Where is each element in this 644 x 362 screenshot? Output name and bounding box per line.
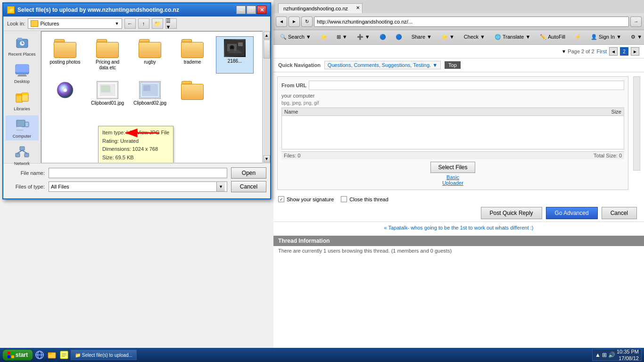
dialog-scrollbar[interactable]: ▲ ▼ [263, 31, 270, 163]
scroll-thumb[interactable] [264, 40, 270, 58]
tapatalk-link[interactable]: « Tapatalk- whos going to be the 1st to … [384, 225, 534, 230]
sidebar-computer[interactable]: Computer [6, 115, 39, 140]
back-btn[interactable]: ← [124, 18, 136, 29]
sidebar-desktop[interactable]: Desktop [6, 61, 39, 86]
libraries-icon [15, 90, 30, 105]
view-btn[interactable]: ☰ ▼ [165, 18, 177, 29]
sidebar-libraries[interactable]: Libraries [6, 88, 39, 113]
folder-pricing-data[interactable]: Pricing and data etc [89, 36, 126, 74]
toolbar-btn-3[interactable]: ⊞ ▼ [332, 33, 352, 41]
toolbar-btn-8[interactable]: ⭐ ▼ [437, 33, 459, 41]
toolbar-btn-6[interactable]: 🔵 [391, 33, 406, 41]
tab-label: nzhuntingandshooting.co.nz [283, 6, 348, 11]
file-clipboard02[interactable]: Clipboard02.jpg [131, 78, 169, 108]
svg-rect-24 [238, 42, 243, 46]
close-thread-checkbox[interactable] [341, 196, 347, 202]
tray-arrow-icon[interactable]: ▲ [595, 352, 601, 358]
folder-extra[interactable] [173, 78, 211, 108]
folder-posting-photos[interactable]: posting photos [46, 36, 84, 74]
svg-line-19 [22, 150, 27, 153]
toolbar-btn-2[interactable]: ⭐ [316, 33, 331, 41]
file-clipboard01[interactable]: Clipboard01.jpg [89, 78, 126, 108]
share-button[interactable]: Share ▼ [407, 33, 436, 41]
dialog-title: 📁 Select file(s) to upload by www.nzhunt… [7, 6, 179, 14]
sign-in-button[interactable]: 👤 Sign In ▼ [586, 33, 626, 41]
from-url-label: From URL [281, 82, 306, 88]
toolbar-btn-5[interactable]: 🔵 [375, 33, 390, 41]
toolbar-settings[interactable]: ⚙ ▼ [627, 33, 644, 41]
prev-page-btn[interactable]: ◄ [609, 47, 618, 56]
search-button[interactable]: 🔍 Search ▼ [276, 33, 315, 41]
dialog-close-btn[interactable]: ✕ [257, 6, 266, 14]
post-quick-reply-btn[interactable]: Post Quick Reply [481, 207, 542, 219]
content-scrollbar[interactable] [633, 76, 640, 171]
close-thread-row: Close this thread [341, 196, 388, 202]
refresh-button[interactable]: ↻ [301, 16, 313, 27]
tab-close[interactable]: ✕ [356, 5, 360, 10]
filetype-row: Files of type: All Files ▼ Cancel [7, 181, 266, 192]
filename-row: File name: Open [7, 167, 266, 179]
translate-button[interactable]: 🌐 Translate ▼ [490, 33, 535, 41]
start-button[interactable]: start [2, 349, 33, 361]
taskbar: start 📁 Select file(s) to upload... ▲ ⊞ … [0, 348, 644, 362]
sticky-taskbar-icon[interactable] [58, 349, 70, 361]
new-folder-btn[interactable]: 📁 [152, 18, 163, 29]
show-signature-row: ✓ Show your signature [278, 196, 334, 202]
path-dropdown[interactable]: Pictures ▼ [28, 18, 122, 29]
dialog-maximize-btn[interactable]: □ [247, 6, 256, 14]
toolbar-btn-4[interactable]: ➕ ▼ [353, 33, 374, 41]
show-signature-checkbox[interactable]: ✓ [278, 196, 284, 202]
scroll-up-btn[interactable]: ▲ [264, 32, 270, 39]
file-cd[interactable] [46, 78, 84, 108]
nav-bar: ◄ ► ↻ → [273, 13, 644, 30]
up-btn[interactable]: ↑ [138, 18, 149, 29]
explorer-taskbar-icon[interactable] [46, 349, 58, 361]
check-button[interactable]: Check ▼ [460, 33, 489, 41]
go-advanced-btn[interactable]: Go Advanced [546, 207, 598, 219]
system-clock[interactable]: 10:35 PM 17/08/12 [617, 348, 639, 362]
folder-trademe[interactable]: trademe [173, 36, 211, 74]
cancel-btn[interactable]: Cancel [602, 207, 637, 219]
cancel-dialog-btn[interactable]: Cancel [231, 181, 266, 192]
url-input[interactable] [309, 81, 624, 90]
toolbar-icon[interactable]: ⚡ [570, 33, 586, 41]
active-window-btn[interactable]: 📁 Select file(s) to upload... [71, 350, 137, 360]
dialog-minimize-btn[interactable]: ─ [236, 6, 246, 14]
file-stats: Files: 0 Total Size: 0 [281, 151, 624, 159]
photo-thumb-icon [224, 39, 246, 57]
svg-rect-4 [16, 65, 29, 72]
current-page-btn[interactable]: 2 [620, 47, 628, 56]
dialog-bottom: File name: Open Files of type: All Files… [3, 163, 270, 198]
forward-button[interactable]: ► [289, 16, 300, 27]
menu-bar: 🔍 Search ▼ ⭐ ⊞ ▼ ➕ ▼ 🔵 🔵 Share ▼ ⭐ ▼ Che… [273, 30, 644, 43]
filename-input[interactable] [49, 168, 227, 178]
cd-icon [54, 81, 76, 99]
browser-tab[interactable]: nzhuntingandshooting.co.nz ✕ [278, 3, 363, 13]
folder-rugby[interactable]: rugby [131, 36, 169, 74]
ie-taskbar-icon[interactable] [34, 349, 45, 361]
scroll-down-btn[interactable]: ▼ [264, 155, 270, 163]
network-tray-icon[interactable]: ⊞ [602, 352, 607, 358]
sidebar-network[interactable]: Network [6, 143, 39, 168]
file-area-container: posting photos Pricing and data etc [41, 31, 270, 163]
first-page-link[interactable]: First [597, 49, 607, 54]
dialog-toolbar: Look in: Pictures ▼ ← ↑ 📁 ☰ ▼ [3, 16, 270, 31]
filetype-dropdown-arrow: ▼ [216, 182, 225, 191]
file-photo-2186[interactable]: 2186... [216, 36, 254, 74]
basic-uploader-link[interactable]: Basic Uploader [281, 174, 624, 186]
clipboard02-icon [139, 81, 161, 99]
autofill-button[interactable]: ✏️ AutoFill [536, 33, 570, 41]
address-bar[interactable] [314, 16, 629, 27]
volume-tray-icon[interactable]: 🔊 [608, 352, 615, 358]
go-button[interactable]: → [630, 16, 642, 27]
back-button[interactable]: ◄ [276, 16, 287, 27]
next-page-btn[interactable]: ► [631, 47, 639, 56]
quick-nav-top-btn[interactable]: Top [445, 61, 461, 69]
filename-label: File name: [7, 170, 45, 176]
quick-nav-dropdown[interactable]: Questions, Comments, Suggestions, Testin… [324, 61, 441, 69]
select-files-btn[interactable]: Select Files [430, 162, 475, 173]
sidebar-recent-places[interactable]: Recent Places [6, 33, 39, 58]
open-btn[interactable]: Open [231, 167, 266, 179]
filetype-dropdown[interactable]: All Files ▼ [49, 181, 227, 192]
file-types-label: bpg, jpeg, png, gif [281, 100, 624, 106]
